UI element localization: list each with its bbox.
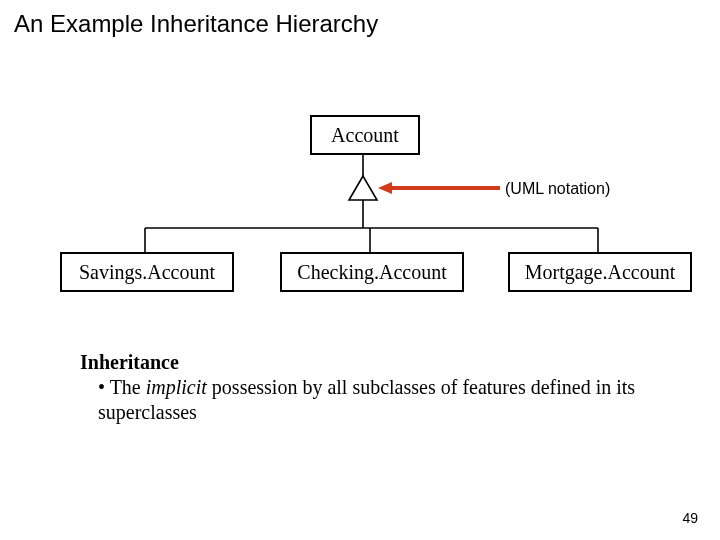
uml-class-checking-account-label: Checking.Account bbox=[297, 261, 446, 284]
uml-class-account-label: Account bbox=[331, 124, 399, 147]
svg-marker-8 bbox=[378, 182, 392, 194]
definition-italic: implicit bbox=[146, 376, 207, 398]
uml-notation-annotation: (UML notation) bbox=[505, 180, 610, 198]
slide-title: An Example Inheritance Hierarchy bbox=[14, 10, 378, 38]
svg-marker-1 bbox=[349, 176, 377, 200]
uml-class-checking-account: Checking.Account bbox=[280, 252, 464, 292]
definition-text: • The implicit possession by all subclas… bbox=[98, 375, 640, 425]
definition-prefix: The bbox=[110, 376, 146, 398]
definition-block: Inheritance • The implicit possession by… bbox=[80, 350, 640, 425]
bullet-icon: • bbox=[98, 376, 110, 398]
definition-term: Inheritance bbox=[80, 350, 640, 375]
uml-notation-arrow bbox=[378, 182, 500, 194]
uml-class-savings-account-label: Savings.Account bbox=[79, 261, 215, 284]
uml-class-savings-account: Savings.Account bbox=[60, 252, 234, 292]
uml-class-mortgage-account-label: Mortgage.Account bbox=[525, 261, 676, 284]
page-number: 49 bbox=[682, 510, 698, 526]
uml-class-account: Account bbox=[310, 115, 420, 155]
uml-class-mortgage-account: Mortgage.Account bbox=[508, 252, 692, 292]
